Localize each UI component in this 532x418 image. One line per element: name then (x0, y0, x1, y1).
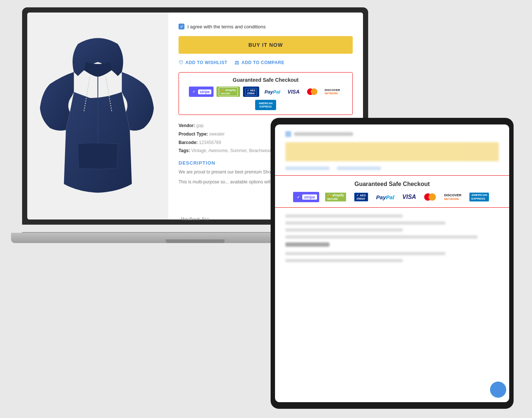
visa-badge: VISA (285, 87, 302, 97)
vendor-value: gap (196, 123, 204, 128)
desc-title-colored: ON (207, 160, 215, 166)
stripe-badge: ✓ stripe (189, 87, 213, 97)
aes-badge: ✓ AES256bit (243, 87, 259, 97)
tablet-paypal-badge: PayPal (374, 192, 397, 202)
tablet-screen: Guaranteed Safe Checkout ✓ stripe 🔒 shop… (275, 124, 509, 402)
tablet-body: Guaranteed Safe Checkout ✓ stripe 🔒 shop… (271, 118, 514, 409)
buy-now-button[interactable]: BUY IT NOW (179, 36, 353, 54)
discover-badge: DISCOVERNETWORK (323, 87, 342, 97)
barcode-value: 123456789 (199, 140, 221, 145)
type-label: Product Type: (179, 131, 208, 137)
blur-line-2 (285, 221, 445, 225)
terms-checkbox[interactable] (179, 24, 184, 29)
tablet-actions-blurred (285, 166, 499, 170)
tablet-compare-blurred (337, 166, 381, 170)
safe-checkout-title: Guaranteed Safe Checkout (185, 77, 346, 83)
blur-line-3 (285, 228, 403, 232)
amex-badge: AMERICANEXPRESS (255, 100, 276, 110)
tablet-wishlist-blurred (285, 166, 330, 170)
mastercard-badge (305, 87, 320, 97)
blur-line-1 (285, 214, 403, 218)
tablet-checkbox (285, 131, 291, 137)
tablet-blurred-bottom (275, 208, 509, 273)
terms-label: I agree with the terms and conditions (187, 24, 265, 29)
tablet-terms-row (285, 131, 499, 137)
blur-line-4 (285, 235, 478, 239)
action-links-row: ♡ ADD TO WISHLIST ⚖ ADD TO COMPARE (179, 60, 353, 66)
hoodie-image (38, 23, 158, 209)
add-to-compare-button[interactable]: ⚖ ADD TO COMPARE (235, 60, 284, 66)
tablet-shopify-badge: 🔒 shopifySECURE (323, 192, 349, 202)
terms-row: I agree with the terms and conditions (179, 24, 353, 29)
scale-icon: ⚖ (235, 60, 240, 66)
chat-button[interactable] (490, 382, 506, 398)
tablet-safe-checkout-title: Guaranteed Safe Checkout (285, 181, 499, 187)
tablet-stripe-badge: ✓ stripe (293, 192, 319, 202)
desc-title-plain: DESCRIPTI (179, 160, 207, 166)
add-to-wishlist-button[interactable]: ♡ ADD TO WISHLIST (179, 60, 227, 66)
tablet-buy-button-blurred (285, 142, 499, 161)
shopify-badge: 🔒 shopifySECURE (216, 87, 240, 97)
tablet-device: Guaranteed Safe Checkout ✓ stripe 🔒 shop… (271, 118, 514, 409)
tags-value: Vintage, Awesome, Summer, Beachwear (191, 148, 271, 153)
tablet-amex-badge: AMERICANEXPRESS (467, 192, 491, 202)
tablet-blurred-top (275, 124, 509, 175)
compare-label: ADD TO COMPARE (242, 60, 285, 65)
tablet-payment-icons: ✓ stripe 🔒 shopifySECURE ✓ AES256bit (285, 192, 499, 202)
wishlist-label: ADD TO WISHLIST (186, 60, 228, 65)
heart-icon: ♡ (179, 60, 184, 66)
tags-label: Tags: (179, 148, 190, 153)
tablet-content: Guaranteed Safe Checkout ✓ stripe 🔒 shop… (275, 124, 509, 402)
barcode-label: Barcode: (179, 140, 198, 145)
paypal-badge: PayPal (262, 87, 282, 97)
tablet-aes-badge: ✓ AES256bit (352, 192, 370, 202)
tablet-discover-badge: DISCOVERNETWORK (442, 192, 464, 202)
product-image-panel (27, 13, 168, 219)
vendor-label: Vendor: (179, 123, 195, 128)
safe-checkout-box: Guaranteed Safe Checkout ✓ stripe 🔒 shop… (179, 72, 353, 115)
blur-title (285, 242, 330, 247)
blur-line-6 (285, 259, 403, 262)
laptop-base-notch (166, 239, 225, 243)
tablet-terms-blurred (294, 132, 353, 136)
type-value: sweater (209, 131, 225, 137)
payment-icons-row: ✓ stripe 🔒 shopifySECURE ✓ AES256bit (185, 87, 346, 110)
tablet-safe-checkout-box: Guaranteed Safe Checkout ✓ stripe 🔒 shop… (275, 175, 509, 208)
tablet-visa-badge: VISA (400, 192, 418, 202)
blur-line-5 (285, 252, 445, 255)
tablet-mastercard-badge (422, 192, 438, 202)
macbook-pro-label: MacBook Pro (181, 217, 209, 221)
